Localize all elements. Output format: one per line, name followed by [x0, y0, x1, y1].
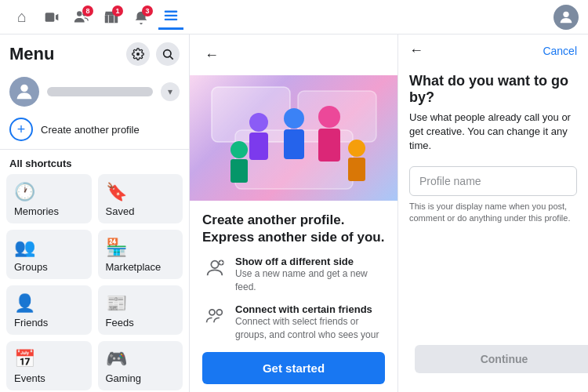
- avatar: [9, 77, 39, 107]
- friends-icon: 👤: [14, 293, 84, 314]
- back-button[interactable]: ←: [199, 42, 224, 67]
- svg-point-2: [77, 11, 82, 16]
- svg-point-21: [318, 106, 340, 128]
- menu-title: Menu: [9, 44, 54, 64]
- marketplace-icon: 🏪: [106, 238, 176, 258]
- top-navigation: ⌂ 8 1 3: [0, 0, 588, 34]
- saved-label: Saved: [106, 205, 176, 217]
- right-panel: ← Cancel What do you want to go by? Use …: [398, 34, 588, 392]
- middle-header: ←: [190, 34, 397, 75]
- right-subtitle: Use what people already call you or get …: [409, 111, 577, 154]
- groups-label: Groups: [14, 261, 84, 273]
- svg-point-30: [216, 310, 222, 315]
- svg-point-23: [230, 141, 248, 158]
- continue-button[interactable]: Continue: [415, 345, 588, 373]
- middle-panel: ←: [190, 34, 398, 392]
- svg-rect-0: [45, 13, 55, 22]
- svg-marker-1: [56, 13, 58, 20]
- feature-2-text: Connect with certain friends Connect wit…: [235, 303, 385, 341]
- settings-icon[interactable]: [126, 42, 150, 66]
- plus-icon: +: [9, 118, 33, 141]
- svg-rect-26: [348, 158, 365, 181]
- saved-icon: 🔖: [106, 182, 176, 202]
- svg-point-19: [284, 108, 304, 129]
- memories-label: Memories: [14, 205, 84, 217]
- svg-point-11: [164, 50, 171, 57]
- svg-point-29: [209, 310, 215, 315]
- feeds-icon: 📰: [106, 293, 176, 314]
- feature-1-text: Show off a different side Use a new name…: [235, 256, 385, 294]
- svg-point-25: [348, 140, 365, 157]
- feature-1-subtitle: Use a new name and get a new feed.: [235, 267, 385, 294]
- friends-label: Friends: [14, 317, 84, 328]
- svg-point-13: [20, 85, 27, 92]
- shortcut-groups[interactable]: 👥 Groups: [6, 230, 92, 279]
- video-icon[interactable]: [39, 5, 64, 30]
- feature-2-subtitle: Connect with select friends or groups, a…: [235, 315, 385, 341]
- input-hint: This is your display name when you post,…: [409, 201, 577, 225]
- profile-name: [47, 87, 153, 96]
- feature-item-1: Show off a different side Use a new name…: [202, 256, 385, 294]
- svg-rect-24: [230, 159, 248, 183]
- middle-content: Create another profile.Express another s…: [190, 201, 397, 341]
- shortcut-memories[interactable]: 🕐 Memories: [6, 174, 92, 223]
- svg-line-12: [170, 56, 173, 60]
- feature-1-title: Show off a different side: [235, 256, 385, 267]
- shortcut-saved[interactable]: 🔖 Saved: [98, 174, 183, 223]
- groups-icon: 👥: [14, 238, 84, 258]
- right-content: What do you want to go by? Use what peop…: [398, 67, 588, 392]
- home-icon[interactable]: ⌂: [9, 5, 34, 30]
- all-shortcuts-label: All shortcuts: [0, 150, 189, 174]
- left-panel: Menu ▾ + Create another profile All shor…: [0, 34, 190, 392]
- chevron-down-icon: ▾: [161, 82, 180, 101]
- shortcut-marketplace[interactable]: 🏪 Marketplace: [98, 230, 183, 279]
- connect-friends-icon: [202, 303, 227, 328]
- feature-list: Show off a different side Use a new name…: [202, 256, 385, 341]
- svg-rect-9: [165, 19, 178, 20]
- svg-point-17: [249, 113, 268, 132]
- search-icon[interactable]: [156, 42, 180, 66]
- cancel-button[interactable]: Cancel: [543, 45, 577, 57]
- promo-title: Create another profile.Express another s…: [202, 212, 385, 246]
- right-back-button[interactable]: ←: [409, 42, 423, 59]
- marketplace-label: Marketplace: [106, 261, 176, 273]
- feeds-label: Feeds: [106, 317, 176, 328]
- profile-nav-avatar[interactable]: [554, 5, 579, 30]
- svg-rect-18: [249, 132, 268, 160]
- nav-icon-group: ⌂ 8 1 3: [9, 5, 183, 30]
- gaming-icon: 🎮: [106, 349, 176, 369]
- feature-item-2: Connect with certain friends Connect wit…: [202, 303, 385, 341]
- svg-rect-20: [284, 129, 304, 159]
- different-side-icon: [202, 256, 227, 281]
- main-area: Menu ▾ + Create another profile All shor…: [0, 34, 588, 392]
- people-icon[interactable]: 8: [69, 5, 94, 30]
- create-profile-row[interactable]: + Create another profile: [0, 113, 189, 150]
- profile-name-input[interactable]: [409, 166, 577, 196]
- marketplace-icon[interactable]: 1: [99, 5, 124, 30]
- shortcut-feeds[interactable]: 📰 Feeds: [98, 285, 183, 335]
- menu-icon[interactable]: [158, 5, 183, 30]
- svg-point-10: [563, 11, 568, 16]
- menu-header-icons: [126, 42, 180, 66]
- svg-point-27: [211, 261, 218, 268]
- memories-icon: 🕐: [14, 182, 84, 202]
- shortcut-events[interactable]: 📅 Events: [6, 341, 92, 390]
- svg-rect-8: [165, 15, 178, 16]
- right-title: What do you want to go by?: [409, 73, 577, 106]
- right-header: ← Cancel: [398, 34, 588, 67]
- profile-row[interactable]: ▾: [0, 71, 189, 113]
- events-label: Events: [14, 372, 84, 384]
- hero-image: [190, 75, 397, 201]
- events-icon: 📅: [14, 349, 84, 369]
- gaming-label: Gaming: [106, 372, 176, 384]
- svg-rect-22: [318, 129, 340, 162]
- shortcuts-grid: 🕐 Memories 🔖 Saved 👥 Groups 🏪 Marketplac…: [0, 174, 189, 390]
- shortcut-gaming[interactable]: 🎮 Gaming: [98, 341, 183, 390]
- menu-header: Menu: [0, 34, 189, 71]
- bell-icon[interactable]: 3: [129, 5, 154, 30]
- create-profile-label: Create another profile: [41, 124, 140, 136]
- get-started-button[interactable]: Get started: [202, 352, 385, 384]
- svg-rect-7: [165, 11, 178, 13]
- shortcut-friends[interactable]: 👤 Friends: [6, 285, 92, 335]
- feature-2-title: Connect with certain friends: [235, 303, 385, 315]
